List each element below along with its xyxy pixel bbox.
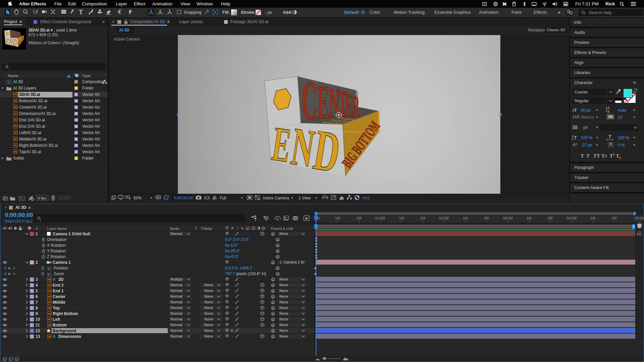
svg-text:R: R xyxy=(352,89,360,123)
svg-text:fx: fx xyxy=(241,227,244,230)
svg-text:N: N xyxy=(15,31,17,38)
